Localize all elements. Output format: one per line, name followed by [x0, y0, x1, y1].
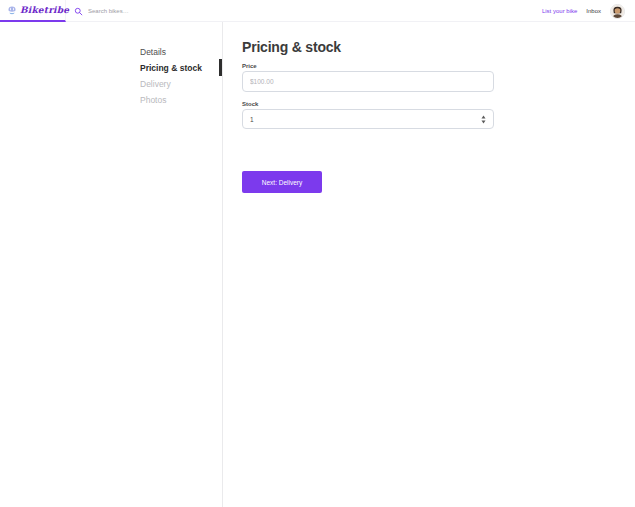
stepper-arrows-icon	[481, 115, 486, 124]
price-input[interactable]	[242, 71, 494, 92]
stock-value: 1	[250, 116, 481, 123]
topbar: Biketribe List your bike Inbox	[0, 0, 635, 22]
active-step-indicator	[219, 59, 222, 76]
stock-select[interactable]: 1	[242, 109, 494, 129]
search-bar	[74, 0, 238, 22]
user-avatar[interactable]	[610, 4, 625, 19]
search-icon	[74, 7, 83, 16]
search-input[interactable]	[88, 8, 238, 14]
bike-helmet-icon	[7, 5, 17, 15]
list-your-bike-link[interactable]: List your bike	[542, 8, 577, 14]
content-divider	[222, 22, 223, 507]
step-delivery: Delivery	[140, 76, 218, 92]
price-label: Price	[242, 63, 257, 69]
brand-logo[interactable]: Biketribe	[0, 0, 66, 22]
next-delivery-button[interactable]: Next: Delivery	[242, 171, 322, 193]
listing-wizard-page: Biketribe List your bike Inbox	[0, 0, 635, 507]
step-details[interactable]: Details	[140, 44, 218, 60]
wizard-steps-nav: Details Pricing & stock Delivery Photos	[140, 44, 218, 108]
step-photos: Photos	[140, 92, 218, 108]
brand-name: Biketribe	[20, 5, 69, 15]
step-pricing-and-stock[interactable]: Pricing & stock	[140, 60, 218, 76]
stock-label: Stock	[242, 101, 258, 107]
page-title: Pricing & stock	[242, 39, 341, 55]
inbox-link[interactable]: Inbox	[586, 8, 601, 14]
topbar-right: List your bike Inbox	[542, 0, 625, 22]
